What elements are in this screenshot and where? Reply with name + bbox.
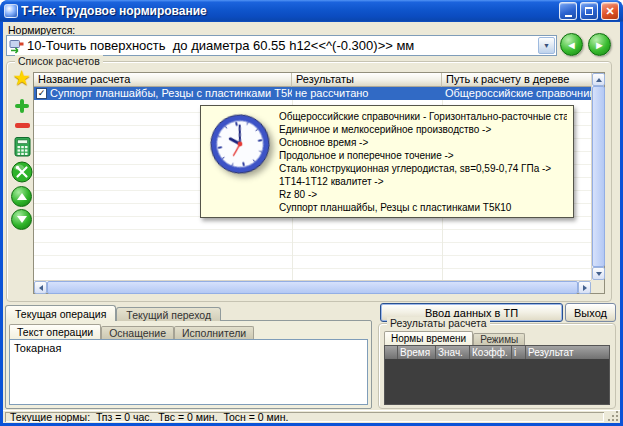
titlebar[interactable]: T-Flex Трудовое нормирование ✕: [0, 0, 623, 22]
move-up-button[interactable]: [11, 186, 32, 207]
exit-button[interactable]: Выход: [565, 303, 616, 322]
vertical-scrollbar[interactable]: [591, 73, 604, 280]
calc-path-tooltip: Общероссийские справочники - Горизонталь…: [200, 105, 574, 218]
chevron-left-icon: [39, 285, 43, 291]
tab-modes[interactable]: Режимы: [473, 333, 525, 345]
row-checkbox[interactable]: ✓: [36, 88, 47, 99]
results-column-selector: [385, 346, 398, 359]
tab-time-norms[interactable]: Нормы времени: [384, 331, 473, 345]
clock-icon: [207, 110, 273, 213]
combobox-dropdown-button[interactable]: ▼: [538, 37, 555, 54]
calc-row[interactable]: ✓ Суппорт планшайбы, Резцы с пластинками…: [34, 87, 591, 100]
close-icon: ✕: [605, 6, 614, 17]
calc-row-name: Суппорт планшайбы, Резцы с пластинками Т…: [50, 87, 292, 100]
calculate-button[interactable]: [11, 136, 33, 158]
results-table-header: Время Знач. Коэфф. i Результат: [385, 346, 609, 359]
calc-row-result: не рассчитано: [292, 87, 442, 100]
tooltip-line: Общероссийские справочники - Горизонталь…: [279, 110, 567, 123]
tooltip-line: Единичное и мелкосерийное производство -…: [279, 123, 567, 136]
calculator-icon: [14, 137, 31, 157]
calc-table-header: Название расчета Результаты Путь к расче…: [34, 73, 591, 87]
chevron-down-icon: [596, 272, 602, 276]
minimize-button[interactable]: [559, 2, 577, 20]
arrow-up-icon: [17, 193, 27, 200]
horizontal-scrollbar-thumb[interactable]: [47, 281, 578, 294]
check-icon: ✓: [38, 89, 46, 98]
results-group-title: Результаты расчета: [387, 317, 490, 329]
arrow-down-icon: [17, 216, 27, 223]
tooltip-line: Суппорт планшайбы, Резцы с пластинками Т…: [279, 201, 567, 213]
plus-icon: [14, 98, 30, 114]
results-tab-bar: Нормы времени Режимы: [384, 330, 525, 345]
tab-current-operation[interactable]: Текущая операция: [5, 305, 116, 321]
arrow-right-icon: ►: [594, 39, 605, 51]
window-title: T-Flex Трудовое нормирование: [21, 4, 556, 18]
tooltip-text: Общероссийские справочники - Горизонталь…: [279, 110, 567, 213]
app-window: T-Flex Трудовое нормирование ✕ Нормирует…: [0, 0, 623, 426]
tooltip-line: Сталь конструкционная углеродистая, sв=0…: [279, 162, 567, 175]
results-column-coeff: Коэфф.: [470, 346, 512, 359]
scroll-left-button[interactable]: [34, 281, 47, 294]
close-button[interactable]: ✕: [601, 2, 619, 20]
maximize-icon: [585, 7, 593, 15]
results-column-i: i: [512, 346, 526, 359]
next-transition-button[interactable]: ►: [588, 33, 611, 56]
column-header-name[interactable]: Название расчета: [34, 73, 292, 87]
status-bar: Текущие нормы: Тпз = 0 час. Твс = 0 мин.…: [3, 410, 620, 423]
app-icon: [4, 4, 18, 18]
column-header-results[interactable]: Результаты: [292, 73, 442, 87]
operation-panel: Текст операции Оснащение Исполнители Ток…: [5, 320, 372, 409]
resize-grip[interactable]: [608, 411, 618, 421]
scroll-right-button[interactable]: [578, 281, 591, 294]
operation-combobox-value: 10-Точить поверхность до диаметра 60.55 …: [27, 38, 537, 53]
column-header-path[interactable]: Путь к расчету в дереве: [442, 73, 591, 87]
results-column-result: Результат: [526, 346, 609, 359]
tab-equipment[interactable]: Оснащение: [101, 326, 174, 339]
move-down-button[interactable]: [11, 209, 32, 230]
calc-row-name-cell: ✓ Суппорт планшайбы, Резцы с пластинками…: [34, 87, 292, 100]
status-norms-text: Текущие нормы: Тпз = 0 час. Твс = 0 мин.…: [5, 412, 604, 422]
arrow-left-icon: ◄: [566, 39, 577, 51]
scroll-down-button[interactable]: [592, 267, 605, 280]
chevron-right-icon: [583, 285, 587, 291]
settings-button[interactable]: [11, 161, 33, 183]
operation-combobox[interactable]: 10-Точить поверхность до диаметра 60.55 …: [6, 35, 557, 56]
tooltip-line: Продольное и поперечное точение ->: [279, 149, 567, 162]
scrollbar-corner: [591, 280, 604, 293]
calc-row-path: Общероссийские справочники - Горизо: [442, 87, 591, 100]
tab-operation-text[interactable]: Текст операции: [9, 324, 101, 339]
maximize-button[interactable]: [580, 2, 598, 20]
tools-icon: [11, 161, 33, 183]
tooltip-line: 1Т14-1Т12 квалитет ->: [279, 175, 567, 188]
tab-current-transition[interactable]: Текущий переход: [116, 307, 221, 321]
results-group: Результаты расчета Нормы времени Режимы …: [378, 323, 616, 409]
operation-tab-bar: Текущая операция Текущий переход: [5, 305, 221, 321]
minimize-icon: [565, 15, 572, 17]
chevron-up-icon: [596, 78, 602, 82]
client-area: Нормируется: 10-Точить поверхность до ди…: [3, 22, 620, 423]
star-icon: ★: [13, 68, 32, 88]
results-column-value: Знач.: [436, 346, 470, 359]
scroll-up-button[interactable]: [592, 73, 605, 86]
operation-inner-tab-bar: Текст операции Оснащение Исполнители: [9, 323, 254, 339]
tooltip-line: Rz 80 ->: [279, 188, 567, 201]
results-column-time: Время: [398, 346, 436, 359]
vertical-scrollbar-thumb[interactable]: [592, 86, 605, 267]
favorites-button[interactable]: ★: [11, 67, 33, 89]
tab-performers[interactable]: Исполнители: [174, 326, 254, 339]
delete-calculation-button[interactable]: [11, 114, 33, 136]
transition-icon: [7, 38, 27, 54]
operation-text-area[interactable]: Токарная: [9, 339, 368, 405]
results-table-body: [385, 359, 609, 404]
minus-icon: [15, 123, 30, 128]
results-table: Время Знач. Коэфф. i Результат: [384, 345, 610, 405]
tooltip-line: Основное время ->: [279, 136, 567, 149]
horizontal-scrollbar[interactable]: [34, 280, 591, 293]
prev-transition-button[interactable]: ◄: [560, 33, 583, 56]
chevron-down-icon: ▼: [543, 42, 550, 49]
